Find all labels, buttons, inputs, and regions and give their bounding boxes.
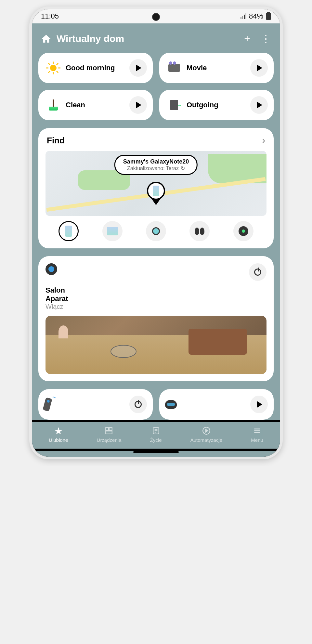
nav-life[interactable]: Życie [150,426,162,443]
refresh-icon[interactable]: ↻ [181,165,185,171]
movie-camera-icon [167,61,181,75]
phone-frame: 11:05 84% Wirtualny dom + [29,7,283,459]
device-selector-row [46,221,266,241]
sun-icon [46,61,60,75]
svg-rect-2 [106,431,112,434]
scene-clean[interactable]: Clean [38,90,153,120]
camera-device-icon [46,263,57,275]
add-button[interactable]: + [244,33,250,45]
remote-card[interactable] [38,389,153,420]
play-button[interactable] [250,396,268,413]
robot-vacuum-card[interactable] [159,389,274,420]
page-title[interactable]: Wirtualny dom [57,33,124,44]
play-button[interactable] [250,59,268,77]
camera-notch [152,13,160,21]
bottom-navigation: Ulubione Urządzenia Życie Automatyzacje … [32,422,280,449]
menu-icon [253,426,262,435]
map-pin-icon [147,182,165,205]
nav-favorites[interactable]: Ulubione [49,426,68,443]
bottom-device-grid [38,389,274,420]
camera-room: Salon [46,286,266,295]
svg-rect-0 [106,427,109,430]
grid-icon [104,426,113,435]
list-icon [151,426,161,435]
play-button[interactable] [129,96,147,114]
scene-label: Good morning [66,64,124,72]
device-watch[interactable] [146,221,166,241]
camera-preview[interactable] [46,316,266,374]
play-button[interactable] [129,59,147,77]
scene-label: Movie [187,64,245,72]
device-earbuds[interactable] [189,221,210,241]
map-updated-text: Zaktualizowano: Teraz [127,165,179,171]
scene-outgoing[interactable]: Outgoing [159,90,274,120]
find-card[interactable]: Find › Sammy's GalaxyNote20 Zaktualizowa… [38,128,274,248]
camera-name: Aparat [46,295,266,303]
scene-good-morning[interactable]: Good morning [38,53,153,83]
remote-icon [44,398,51,411]
robot-vacuum-icon [165,400,177,409]
device-tablet[interactable] [102,221,123,241]
nav-devices[interactable]: Urządzenia [97,426,122,443]
nav-menu[interactable]: Menu [251,426,263,443]
battery-icon [266,13,271,20]
nav-label: Automatyzacje [190,437,222,443]
play-circle-icon [202,426,211,435]
power-button[interactable] [249,263,266,281]
home-icon[interactable] [41,33,51,44]
find-title: Find [47,136,65,146]
nav-automations[interactable]: Automatyzacje [190,426,222,443]
status-time: 11:05 [41,12,59,20]
chevron-right-icon[interactable]: › [262,135,265,146]
nav-label: Życie [150,437,162,443]
scene-movie[interactable]: Movie [159,53,274,83]
scene-label: Outgoing [187,101,245,109]
scene-label: Clean [66,101,124,109]
nav-label: Ulubione [49,437,68,443]
home-indicator[interactable] [133,451,179,453]
svg-rect-1 [110,427,112,430]
battery-percent: 84% [249,12,263,20]
signal-icon [240,13,246,19]
star-icon [54,426,63,435]
map-preview[interactable]: Sammy's GalaxyNote20 Zaktualizowano: Ter… [46,151,266,216]
more-menu-icon[interactable]: ⋮ [261,33,271,45]
app-header: Wirtualny dom + ⋮ [38,30,274,53]
nav-label: Menu [251,437,263,443]
scene-grid: Good morning Movie Clean [38,53,274,120]
device-phone[interactable] [58,221,79,241]
device-tag[interactable] [233,221,254,241]
map-device-bubble[interactable]: Sammy's GalaxyNote20 Zaktualizowano: Ter… [114,155,198,175]
camera-status: Włącz [46,303,266,310]
camera-card[interactable]: Salon Aparat Włącz [38,256,274,381]
door-exit-icon [167,98,181,112]
map-device-name: Sammy's GalaxyNote20 [123,158,189,165]
nav-label: Urządzenia [97,437,122,443]
power-button[interactable] [129,396,147,413]
broom-icon [46,98,60,112]
play-button[interactable] [250,96,268,114]
